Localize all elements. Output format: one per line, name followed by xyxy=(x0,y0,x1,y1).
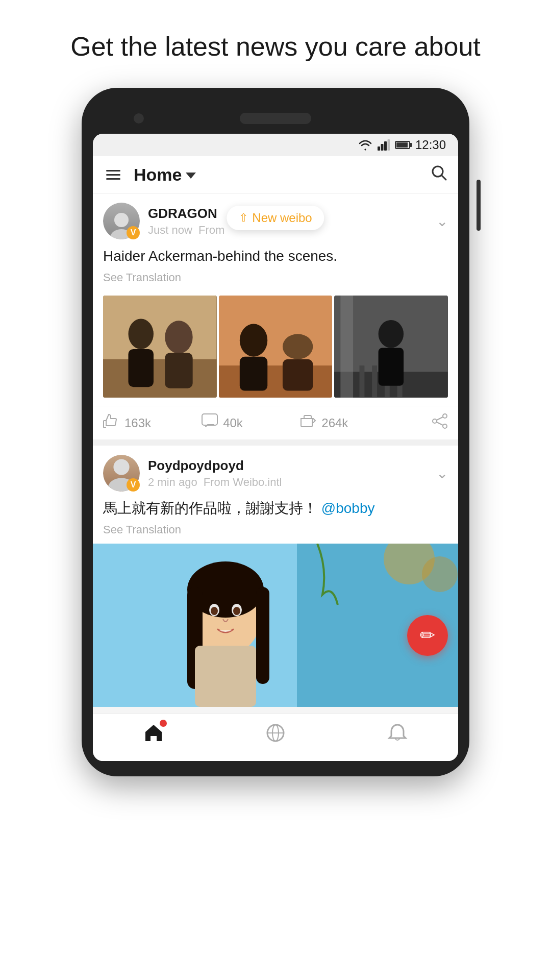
see-translation-button-2[interactable]: See Translation xyxy=(103,523,448,536)
share-action[interactable] xyxy=(398,413,448,432)
svg-rect-19 xyxy=(283,359,313,391)
phone-top-bar xyxy=(93,103,458,134)
svg-rect-49 xyxy=(195,646,256,707)
svg-point-48 xyxy=(233,607,240,615)
post-mention[interactable]: @bobby xyxy=(321,500,375,516)
post-image-bg xyxy=(93,544,458,707)
svg-rect-23 xyxy=(360,366,365,398)
svg-point-18 xyxy=(283,334,313,359)
compose-icon: ✏ xyxy=(420,625,435,646)
phone-side-button xyxy=(477,180,481,231)
share-icon xyxy=(432,413,448,432)
see-translation-button[interactable]: See Translation xyxy=(103,271,448,284)
svg-rect-15 xyxy=(219,366,333,398)
search-button[interactable] xyxy=(430,163,448,186)
svg-point-35 xyxy=(113,459,129,475)
app-header: Home xyxy=(93,156,458,193)
svg-line-33 xyxy=(437,417,443,420)
svg-point-32 xyxy=(443,424,447,428)
verified-badge-2: V xyxy=(127,478,140,492)
svg-rect-3 xyxy=(387,139,390,151)
nav-home[interactable] xyxy=(142,722,165,749)
phone-frame: 12:30 Home xyxy=(82,88,469,776)
post-single-image xyxy=(93,544,458,707)
svg-rect-24 xyxy=(372,366,378,398)
comment-icon xyxy=(202,413,218,432)
avatar-container: V xyxy=(103,203,140,239)
image-grid xyxy=(93,291,458,406)
hamburger-line-3 xyxy=(106,178,120,180)
home-notification-dot xyxy=(160,720,167,727)
status-icons: 12:30 xyxy=(358,138,446,152)
svg-point-27 xyxy=(379,320,404,348)
post-content: Haider Ackerman-behind the scenes. See T… xyxy=(93,246,458,291)
status-bar: 12:30 xyxy=(93,134,458,156)
post-text: Haider Ackerman-behind the scenes. xyxy=(103,246,448,267)
grid-image-2[interactable] xyxy=(219,296,333,398)
phone-camera xyxy=(134,113,144,124)
post-card: V GDRAGON Just now From ⌄ ⇧ New xyxy=(93,193,458,439)
phone-screen: 12:30 Home xyxy=(93,134,458,761)
page-headline: Get the latest news you care about xyxy=(40,31,511,62)
svg-rect-29 xyxy=(202,414,217,425)
post-header: V GDRAGON Just now From ⌄ ⇧ New xyxy=(93,193,458,246)
svg-rect-17 xyxy=(239,357,267,391)
new-weibo-text: New weibo xyxy=(252,211,312,225)
hamburger-button[interactable] xyxy=(103,167,123,183)
home-icon xyxy=(142,726,165,748)
svg-rect-11 xyxy=(128,349,153,387)
like-count: 163k xyxy=(124,416,151,430)
post-dropdown-button-2[interactable]: ⌄ xyxy=(436,465,448,482)
hamburger-line-2 xyxy=(106,174,120,176)
svg-rect-2 xyxy=(384,141,387,151)
wifi-icon xyxy=(358,139,372,151)
post-header-2: V Poydpoydpoyd 2 min ago From Weibo.intl… xyxy=(93,446,458,498)
post-time-2: 2 min ago From Weibo.intl xyxy=(148,476,436,489)
notifications-icon xyxy=(386,722,409,749)
svg-point-12 xyxy=(165,321,192,354)
svg-point-40 xyxy=(422,556,458,592)
signal-icon xyxy=(378,139,390,151)
post-text-chinese: 馬上就有新的作品啦，謝謝支持！ @bobby xyxy=(103,498,448,519)
post-actions: 163k 40k xyxy=(93,406,458,439)
like-icon xyxy=(103,413,119,432)
post-dropdown-button[interactable]: ⌄ xyxy=(436,213,448,230)
phone-speaker xyxy=(240,113,311,124)
repost-action[interactable]: 264k xyxy=(300,413,398,432)
avatar-container-2: V xyxy=(103,455,140,492)
svg-rect-1 xyxy=(381,144,383,151)
hamburger-line-1 xyxy=(106,170,120,172)
feed: V GDRAGON Just now From ⌄ ⇧ New xyxy=(93,193,458,707)
grid-image-1[interactable] xyxy=(103,296,217,398)
svg-point-47 xyxy=(211,607,218,615)
header-title-label: Home xyxy=(134,165,182,185)
nav-notifications[interactable] xyxy=(386,722,409,749)
svg-rect-13 xyxy=(165,353,192,388)
comment-action[interactable]: 40k xyxy=(202,413,300,432)
repost-icon xyxy=(300,413,316,432)
bottom-nav xyxy=(93,713,458,761)
svg-rect-44 xyxy=(256,587,269,684)
grid-image-3[interactable] xyxy=(334,296,448,398)
svg-rect-22 xyxy=(341,296,354,398)
svg-point-16 xyxy=(239,324,267,357)
svg-rect-28 xyxy=(379,348,404,386)
svg-line-34 xyxy=(437,422,443,425)
svg-line-5 xyxy=(441,175,446,180)
svg-point-6 xyxy=(114,213,129,227)
like-action[interactable]: 163k xyxy=(103,413,202,432)
repost-count: 264k xyxy=(321,416,348,430)
post-meta-2: Poydpoydpoyd 2 min ago From Weibo.intl xyxy=(148,458,436,489)
verified-badge: V xyxy=(127,226,140,239)
header-title[interactable]: Home xyxy=(134,165,196,185)
post-username-2: Poydpoydpoyd xyxy=(148,458,436,474)
battery-icon xyxy=(395,141,410,149)
svg-point-10 xyxy=(128,319,153,349)
dropdown-arrow-icon xyxy=(186,173,196,179)
post-card-2: V Poydpoydpoyd 2 min ago From Weibo.intl… xyxy=(93,446,458,707)
compose-fab-button[interactable]: ✏ xyxy=(407,615,448,656)
nav-discover[interactable] xyxy=(264,722,287,749)
discover-icon xyxy=(264,722,287,749)
new-weibo-pill[interactable]: ⇧ New weibo xyxy=(227,206,324,230)
comment-count: 40k xyxy=(223,416,243,430)
